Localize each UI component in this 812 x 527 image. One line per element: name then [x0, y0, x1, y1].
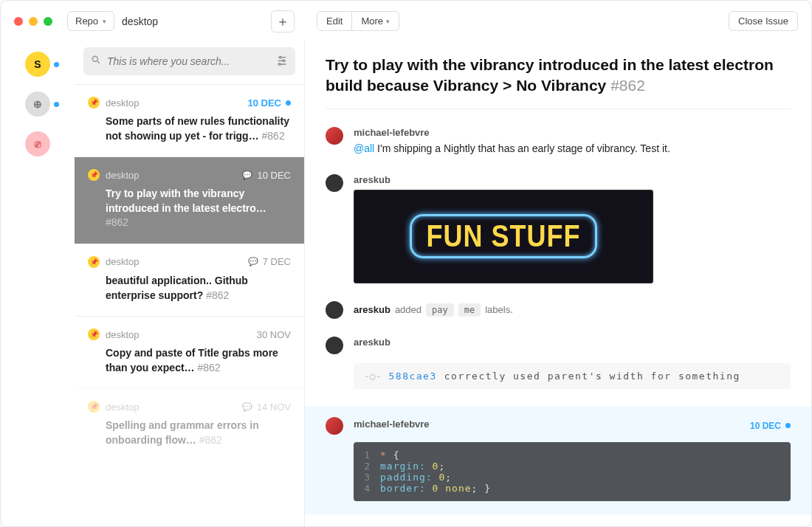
svg-point-7	[278, 63, 281, 66]
issue-cards[interactable]: 📌 desktop 10 DEC Some parts of new rules…	[75, 84, 304, 526]
issue-detail-pane[interactable]: Try to play with the vibrancy introduced…	[305, 41, 811, 526]
issue-card[interactable]: 📌 desktop 30 NOV Copy and paste of Title…	[75, 316, 304, 388]
plus-icon: ＋	[276, 13, 289, 30]
svg-point-5	[283, 60, 285, 62]
avatar[interactable]	[326, 337, 343, 354]
pin-icon: 📌	[88, 401, 100, 413]
chevron-down-icon: ▾	[386, 18, 390, 25]
issue-date: 10 DEC	[247, 97, 291, 108]
commit-message: correctly used parent's width for someth…	[444, 371, 740, 382]
highlighted-comment: michael-lefebvre 10 DEC 1* {2 margin: 0;…	[305, 407, 811, 514]
traffic-lights	[14, 17, 52, 26]
commit-icon: -○-	[364, 371, 381, 382]
code-line: 3 padding: 0;	[354, 472, 791, 483]
line-number: 2	[354, 461, 380, 472]
avatar[interactable]	[326, 417, 343, 435]
pin-icon: 📌	[88, 97, 100, 108]
comment-text: @all I'm shipping a Nightly that has an …	[354, 141, 791, 156]
workspace-item[interactable]: ⊕	[25, 92, 50, 117]
main-content: S⊕⎚ 📌 desktop 10 DEC Some parts of new r…	[1, 41, 811, 526]
event-author: areskub	[354, 304, 390, 315]
svg-point-0	[92, 56, 97, 61]
pin-icon: 📌	[88, 169, 100, 181]
repo-label: desktop	[106, 329, 140, 340]
divider	[326, 108, 791, 109]
workspace-rail: S⊕⎚	[1, 41, 75, 526]
issue-card[interactable]: 📌 desktop 10 DEC Some parts of new rules…	[75, 84, 304, 156]
avatar[interactable]	[326, 127, 343, 145]
comment-author: michael-lefebvre	[354, 127, 791, 138]
repo-label: desktop	[106, 97, 140, 108]
notification-dot-icon	[54, 102, 59, 107]
workspace-avatar: ⊕	[25, 92, 50, 117]
svg-line-1	[97, 61, 100, 63]
issue-list-pane: 📌 desktop 10 DEC Some parts of new rules…	[75, 41, 305, 526]
comment-icon: 💬	[248, 257, 258, 266]
search-box[interactable]	[83, 47, 295, 75]
issue-number: #862	[106, 216, 128, 228]
issue-number: #862	[262, 130, 285, 142]
close-issue-button[interactable]: Close Issue	[729, 11, 798, 31]
issue-card[interactable]: 📌 desktop 💬10 DEC Try to play with the v…	[75, 156, 304, 244]
label-chip[interactable]: me	[458, 303, 481, 317]
workspace-item[interactable]: S	[25, 52, 50, 77]
line-number: 3	[354, 472, 380, 483]
issue-date: 💬10 DEC	[242, 170, 291, 181]
label-chip[interactable]: pay	[426, 303, 454, 317]
notification-dot-icon	[54, 62, 59, 67]
issue-date: 💬14 NOV	[242, 402, 291, 413]
avatar[interactable]	[326, 174, 343, 192]
issue-title: Try to play with the vibrancy introduced…	[326, 55, 791, 97]
mention[interactable]: @all	[354, 142, 374, 154]
search-input[interactable]	[107, 55, 270, 67]
repo-filter-dropdown[interactable]: Repo ▾	[67, 11, 114, 31]
chevron-down-icon: ▾	[103, 18, 106, 25]
more-button[interactable]: More ▾	[352, 11, 399, 31]
code-block: 1* {2 margin: 0;3 padding: 0;4 border: 0…	[354, 442, 791, 501]
pin-icon: 📌	[88, 328, 100, 340]
compose-row	[326, 519, 791, 526]
commit-sha: 588cae3	[388, 371, 436, 382]
filter-settings-icon[interactable]	[276, 54, 288, 69]
line-number: 4	[354, 483, 380, 494]
issue-title: Spelling and grammar errors in onboardin…	[88, 418, 291, 447]
code-line: 4 border: 0 none; }	[354, 483, 791, 494]
repo-filter-label: Repo	[75, 16, 98, 27]
edit-button[interactable]: Edit	[317, 11, 352, 31]
zoom-window-dot[interactable]	[44, 17, 52, 26]
new-issue-button[interactable]: ＋	[271, 10, 295, 32]
comment: areskub	[326, 337, 791, 354]
comment-author: areskub	[354, 174, 791, 185]
label-event: areskub added pay me labels.	[326, 301, 791, 319]
search-icon	[91, 55, 101, 68]
comment: michael-lefebvre @all I'm shipping a Nig…	[326, 127, 791, 156]
issue-card[interactable]: 📌 desktop 💬7 DEC beautiful application..…	[75, 244, 304, 316]
commit-reference[interactable]: -○- 588cae3 correctly used parent's widt…	[354, 363, 791, 389]
comment-icon: 💬	[242, 402, 252, 412]
close-window-dot[interactable]	[14, 17, 23, 26]
issue-number: #862	[197, 362, 220, 373]
issue-number: #862	[199, 434, 222, 446]
workspace-avatar: ⎚	[25, 131, 50, 156]
issue-title: Copy and paste of Title grabs more than …	[88, 346, 291, 375]
pin-icon: 📌	[88, 256, 100, 268]
unread-dot-icon	[286, 100, 291, 106]
comment-icon: 💬	[242, 170, 252, 180]
comment-author: michael-lefebvre	[354, 418, 430, 430]
svg-point-3	[280, 56, 282, 58]
attached-image[interactable]: FUN STUFF	[354, 190, 653, 283]
avatar[interactable]	[326, 301, 343, 319]
issue-number: #862	[206, 289, 229, 301]
repo-label: desktop	[106, 256, 140, 267]
issue-title: Some parts of new rules functionality no…	[88, 114, 291, 143]
comment-date: 10 DEC	[750, 421, 791, 431]
issue-card[interactable]: 📌 desktop 💬14 NOV Spelling and grammar e…	[75, 388, 304, 461]
issue-date: 💬7 DEC	[248, 256, 291, 267]
workspace-avatar: S	[25, 52, 50, 77]
workspace-item[interactable]: ⎚	[25, 131, 50, 156]
line-number: 1	[354, 450, 380, 461]
repo-label: desktop	[106, 402, 140, 413]
repo-label: desktop	[106, 170, 140, 181]
minimize-window-dot[interactable]	[29, 17, 38, 26]
app-window: Repo ▾ desktop ＋ Edit More ▾ Close Issue…	[0, 0, 812, 527]
